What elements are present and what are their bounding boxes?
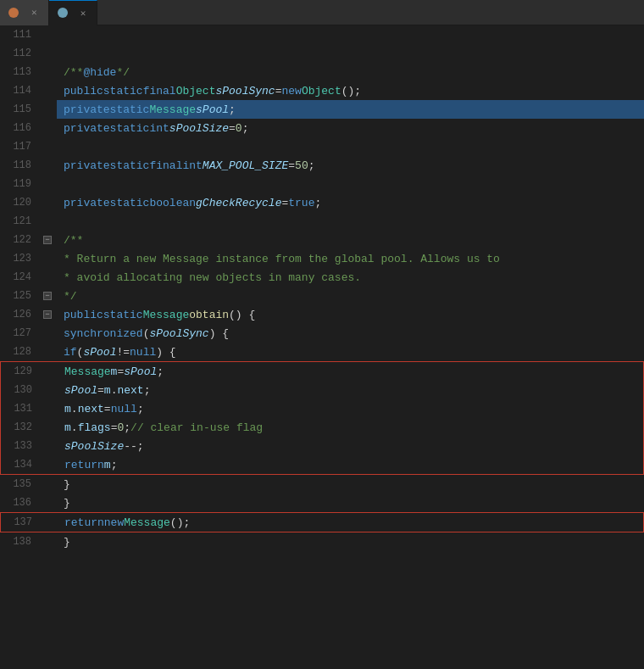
token: if: [64, 346, 77, 359]
code-cell: sPool = m.next;: [58, 381, 643, 399]
tab-message[interactable]: ✕: [49, 0, 98, 25]
line-row: 131 m.next = null;: [1, 399, 643, 418]
token: null: [111, 403, 137, 415]
fold-icon[interactable]: −: [43, 236, 52, 244]
token: Message: [64, 365, 111, 378]
token: sPoolSync: [149, 327, 208, 340]
token: null: [130, 346, 156, 359]
token: ) {: [156, 346, 175, 359]
token: m: [104, 459, 111, 471]
code-cell: }: [57, 532, 644, 551]
token: boolean: [149, 197, 196, 209]
line-number: 132: [1, 418, 39, 437]
gutter-cell: [38, 156, 57, 175]
code-cell: [57, 44, 644, 63]
code-cell: [57, 212, 644, 231]
token: ;: [229, 103, 236, 116]
token: 0: [117, 421, 124, 434]
token: ;: [314, 197, 321, 209]
code-cell: * avoid allocating new objects in many c…: [57, 268, 644, 287]
line-row: 115 private static Message sPool;: [0, 100, 644, 119]
code-cell: Message m = sPool;: [58, 362, 643, 381]
gutter-cell: [38, 100, 57, 119]
token: @hide: [83, 66, 116, 79]
token: sPoolSize: [64, 440, 124, 453]
line-number: 117: [0, 137, 38, 156]
token: (: [77, 346, 84, 359]
token: ;: [111, 459, 118, 471]
token: synchronized: [64, 327, 143, 340]
token: return: [64, 459, 104, 471]
code-cell: private static int sPoolSize = 0;: [57, 119, 644, 137]
code-cell: synchronized (sPoolSync) {: [57, 324, 644, 343]
token: =: [281, 197, 288, 209]
line-row: 136 }: [0, 493, 644, 512]
gutter-cell[interactable]: −: [38, 287, 57, 305]
gutter-cell[interactable]: −: [38, 231, 57, 249]
token: m: [64, 403, 71, 415]
line-number: 120: [0, 193, 38, 212]
line-row: 120 private static boolean gCheckRecycle…: [0, 193, 644, 212]
token: static: [110, 159, 150, 172]
line-row: 130 sPool = m.next;: [1, 381, 643, 399]
code-cell: sPoolSize--;: [58, 437, 643, 455]
gutter-cell: [38, 81, 57, 100]
line-number: 114: [0, 81, 38, 100]
token: static: [103, 309, 143, 321]
gutter-cell: [38, 493, 57, 512]
line-number: 128: [0, 343, 38, 361]
line-row: 111: [0, 25, 644, 44]
token: =: [275, 85, 282, 98]
line-row: 122− /**: [0, 231, 644, 249]
token: public: [64, 309, 103, 321]
token: gCheckRecycle: [196, 197, 281, 209]
token: sPool: [83, 346, 116, 359]
line-number: 137: [1, 513, 39, 532]
code-cell: [57, 175, 644, 193]
tab-handler[interactable]: ✕: [0, 0, 49, 25]
fold-icon[interactable]: −: [43, 310, 52, 319]
token: * avoid allocating new objects in many c…: [64, 271, 361, 284]
code-cell: public static final Object sPoolSync = n…: [57, 81, 644, 100]
token: }: [64, 478, 70, 491]
code-cell: private static Message sPool;: [57, 100, 644, 119]
token: Message: [149, 103, 196, 116]
token: 50: [295, 159, 308, 172]
token: ;: [157, 365, 164, 378]
token: next: [117, 384, 143, 397]
token: ();: [170, 516, 190, 529]
token: static: [110, 103, 150, 116]
code-cell: [57, 137, 644, 156]
code-cell: return new Message();: [58, 513, 643, 532]
tab-handler-close[interactable]: ✕: [29, 6, 40, 19]
gutter-cell: [38, 343, 57, 361]
line-row: 137 return new Message();: [1, 513, 643, 532]
token: =: [104, 403, 111, 415]
line-number: 133: [1, 437, 39, 455]
gutter-cell: [38, 175, 57, 193]
token: m: [104, 384, 111, 397]
line-row: 132 m.flags = 0; // clear in-use flag: [1, 418, 643, 437]
code-cell: /** @hide */: [57, 63, 644, 81]
token: true: [288, 197, 314, 209]
token: .: [111, 384, 118, 397]
gutter-cell: [39, 381, 58, 399]
gutter-cell[interactable]: −: [38, 305, 57, 324]
line-row: 133 sPoolSize--;: [1, 437, 643, 455]
line-number: 134: [1, 455, 39, 474]
line-number: 123: [0, 249, 38, 268]
token: .: [71, 403, 78, 415]
line-row: 127 synchronized (sPoolSync) {: [0, 324, 644, 343]
tab-message-close[interactable]: ✕: [78, 7, 89, 20]
code-cell: return m;: [58, 455, 643, 474]
gutter-cell: [38, 25, 57, 44]
token: final: [143, 85, 176, 98]
token: ;: [124, 421, 130, 434]
line-number: 135: [0, 475, 38, 493]
fold-icon[interactable]: −: [43, 292, 52, 300]
gutter-cell: [38, 249, 57, 268]
line-row: 135 }: [0, 475, 644, 493]
token: new: [104, 516, 124, 529]
line-number: 116: [0, 119, 38, 137]
gutter-cell: [38, 324, 57, 343]
